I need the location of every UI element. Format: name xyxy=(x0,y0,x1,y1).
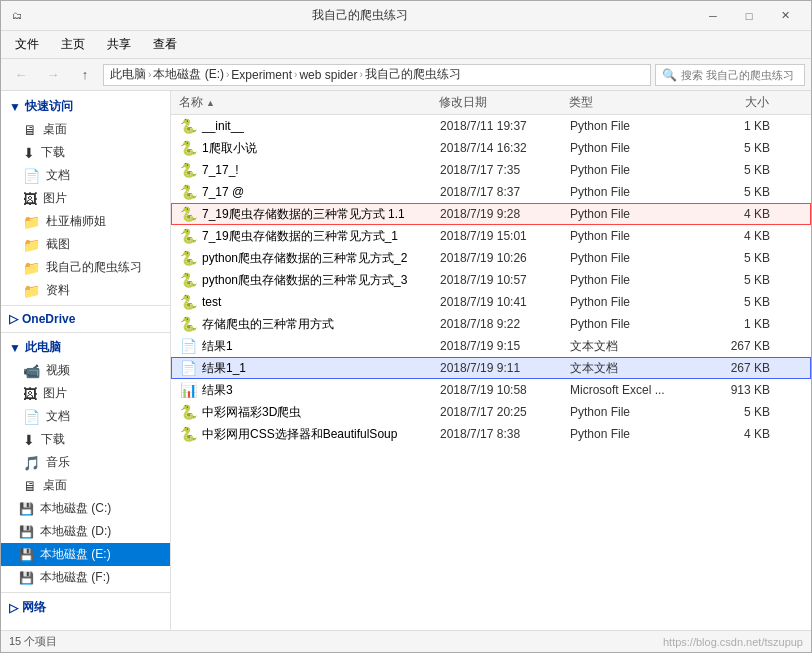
search-icon: 🔍 xyxy=(662,68,677,82)
folder-icon-3: 📁 xyxy=(23,260,40,276)
sidebar-drive-d-label: 本地磁盘 (D:) xyxy=(40,523,111,540)
file-date-cell: 2018/7/14 16:32 xyxy=(440,141,570,155)
main-layout: ▼ 快速访问 🖥 桌面 ⬇ 下载 📄 文档 🖼 图片 xyxy=(1,91,811,630)
table-row[interactable]: 🐍 7_17_! 2018/7/17 7:35 Python File 5 KB xyxy=(171,159,811,181)
table-row[interactable]: 📄 结果1_1 2018/7/19 9:11 文本文档 267 KB xyxy=(171,357,811,379)
menu-share[interactable]: 共享 xyxy=(97,32,141,57)
menu-home[interactable]: 主页 xyxy=(51,32,95,57)
col-size-header[interactable]: 大小 xyxy=(689,94,769,111)
file-size-cell: 267 KB xyxy=(690,339,770,353)
file-name: 中彩网福彩3D爬虫 xyxy=(202,404,301,421)
sidebar-drive-c[interactable]: 💾 本地磁盘 (C:) xyxy=(1,497,170,520)
sidebar-item-docs2-label: 文档 xyxy=(46,408,70,425)
sidebar-item-desktop[interactable]: 🖥 桌面 xyxy=(1,118,170,141)
sidebar-section-onedrive: ▷ OneDrive xyxy=(1,309,170,329)
table-row[interactable]: 🐍 __init__ 2018/7/11 19:37 Python File 1… xyxy=(171,115,811,137)
file-type-cell: Python File xyxy=(570,427,690,441)
col-name-header[interactable]: 名称 ▲ xyxy=(179,94,439,111)
sidebar-item-download[interactable]: ⬇ 下载 xyxy=(1,141,170,164)
table-row[interactable]: 🐍 test 2018/7/19 10:41 Python File 5 KB xyxy=(171,291,811,313)
back-button[interactable]: ← xyxy=(7,62,35,88)
path-drive: 本地磁盘 (E:) xyxy=(153,66,224,83)
search-box[interactable]: 🔍 xyxy=(655,64,805,86)
sidebar-item-music-label: 音乐 xyxy=(46,454,70,471)
file-name-cell: 📄 结果1 xyxy=(180,338,440,355)
sidebar-network-header[interactable]: ▷ 网络 xyxy=(1,596,170,619)
file-date-cell: 2018/7/19 10:41 xyxy=(440,295,570,309)
folder-icon-1: 📁 xyxy=(23,214,40,230)
sidebar-item-desktop-label: 桌面 xyxy=(43,121,67,138)
up-button[interactable]: ↑ xyxy=(71,62,99,88)
close-button[interactable]: ✕ xyxy=(767,2,803,30)
table-row[interactable]: 🐍 7_19爬虫存储数据的三种常见方式_1 2018/7/19 15:01 Py… xyxy=(171,225,811,247)
status-count: 15 个项目 xyxy=(9,634,57,649)
window-icon: 🗂 xyxy=(9,8,25,24)
download-icon: ⬇ xyxy=(23,145,35,161)
file-date-cell: 2018/7/17 8:38 xyxy=(440,427,570,441)
sidebar-thispc-header[interactable]: ▼ 此电脑 xyxy=(1,336,170,359)
sidebar-item-docs2[interactable]: 📄 文档 xyxy=(1,405,170,428)
sidebar-quick-access-header[interactable]: ▼ 快速访问 xyxy=(1,95,170,118)
table-row[interactable]: 🐍 存储爬虫的三种常用方式 2018/7/18 9:22 Python File… xyxy=(171,313,811,335)
video-icon: 📹 xyxy=(23,363,40,379)
file-name: 1爬取小说 xyxy=(202,140,257,157)
file-type-cell: Python File xyxy=(570,185,690,199)
table-row[interactable]: 🐍 python爬虫存储数据的三种常见方式_3 2018/7/19 10:57 … xyxy=(171,269,811,291)
sidebar-item-docs[interactable]: 📄 文档 xyxy=(1,164,170,187)
col-date-header[interactable]: 修改日期 xyxy=(439,94,569,111)
sidebar-item-video[interactable]: 📹 视频 xyxy=(1,359,170,382)
sidebar-item-download2[interactable]: ⬇ 下载 xyxy=(1,428,170,451)
sidebar-drive-f-label: 本地磁盘 (F:) xyxy=(40,569,110,586)
sidebar-drive-f[interactable]: 💾 本地磁盘 (F:) xyxy=(1,566,170,589)
sidebar-item-materials[interactable]: 📁 资料 xyxy=(1,279,170,302)
maximize-button[interactable]: □ xyxy=(731,2,767,30)
table-row[interactable]: 🐍 中彩网福彩3D爬虫 2018/7/17 20:25 Python File … xyxy=(171,401,811,423)
sidebar-onedrive-header[interactable]: ▷ OneDrive xyxy=(1,309,170,329)
col-type-header[interactable]: 类型 xyxy=(569,94,689,111)
table-row[interactable]: 📄 结果1 2018/7/19 9:15 文本文档 267 KB xyxy=(171,335,811,357)
chevron-icon-4: ▷ xyxy=(9,601,18,615)
file-type-icon: 🐍 xyxy=(180,316,197,332)
sidebar-item-music[interactable]: 🎵 音乐 xyxy=(1,451,170,474)
menu-view[interactable]: 查看 xyxy=(143,32,187,57)
file-date-cell: 2018/7/17 8:37 xyxy=(440,185,570,199)
file-name: 结果1_1 xyxy=(202,360,246,377)
file-type-cell: Python File xyxy=(570,207,690,221)
file-size-cell: 1 KB xyxy=(690,119,770,133)
file-name-cell: 🐍 中彩网福彩3D爬虫 xyxy=(180,404,440,421)
path-pc: 此电脑 xyxy=(110,66,146,83)
table-row[interactable]: 🐍 7_19爬虫存储数据的三种常见方式 1.1 2018/7/19 9:28 P… xyxy=(171,203,811,225)
pics2-icon: 🖼 xyxy=(23,386,37,402)
sidebar-quick-label: 快速访问 xyxy=(25,98,73,115)
file-size-cell: 5 KB xyxy=(690,251,770,265)
file-name-cell: 🐍 1爬取小说 xyxy=(180,140,440,157)
table-row[interactable]: 🐍 7_17 @ 2018/7/17 8:37 Python File 5 KB xyxy=(171,181,811,203)
table-row[interactable]: 🐍 python爬虫存储数据的三种常见方式_2 2018/7/19 10:26 … xyxy=(171,247,811,269)
address-bar[interactable]: 此电脑 › 本地磁盘 (E:) › Experiment › web spide… xyxy=(103,64,651,86)
file-size-cell: 1 KB xyxy=(690,317,770,331)
sidebar-item-spider[interactable]: 📁 我自己的爬虫练习 xyxy=(1,256,170,279)
music-icon: 🎵 xyxy=(23,455,40,471)
file-name-cell: 🐍 test xyxy=(180,294,440,310)
sidebar-drive-e[interactable]: 💾 本地磁盘 (E:) xyxy=(1,543,170,566)
file-type-icon: 🐍 xyxy=(180,228,197,244)
file-name: 7_19爬虫存储数据的三种常见方式_1 xyxy=(202,228,398,245)
file-type-icon: 🐍 xyxy=(180,206,197,222)
forward-button[interactable]: → xyxy=(39,62,67,88)
sidebar-item-screenshot[interactable]: 📁 截图 xyxy=(1,233,170,256)
menu-file[interactable]: 文件 xyxy=(5,32,49,57)
folder-icon-4: 📁 xyxy=(23,283,40,299)
minimize-button[interactable]: ─ xyxy=(695,2,731,30)
sidebar-drive-d[interactable]: 💾 本地磁盘 (D:) xyxy=(1,520,170,543)
sidebar-item-desktop2[interactable]: 🖥 桌面 xyxy=(1,474,170,497)
file-date-cell: 2018/7/19 10:26 xyxy=(440,251,570,265)
sidebar-item-pics2[interactable]: 🖼 图片 xyxy=(1,382,170,405)
sidebar-item-duyanan[interactable]: 📁 杜亚楠师姐 xyxy=(1,210,170,233)
file-date-cell: 2018/7/19 9:28 xyxy=(440,207,570,221)
table-row[interactable]: 🐍 1爬取小说 2018/7/14 16:32 Python File 5 KB xyxy=(171,137,811,159)
docs-icon: 📄 xyxy=(23,168,40,184)
search-input[interactable] xyxy=(681,69,798,81)
sidebar-item-pics[interactable]: 🖼 图片 xyxy=(1,187,170,210)
table-row[interactable]: 📊 结果3 2018/7/19 10:58 Microsoft Excel ..… xyxy=(171,379,811,401)
table-row[interactable]: 🐍 中彩网用CSS选择器和BeautifulSoup 2018/7/17 8:3… xyxy=(171,423,811,445)
